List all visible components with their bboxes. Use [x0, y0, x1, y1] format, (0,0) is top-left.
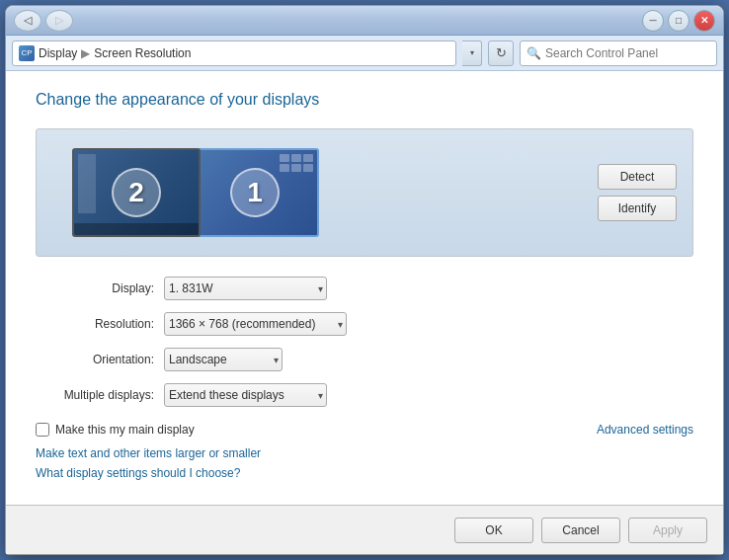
- search-box: 🔍: [520, 40, 717, 66]
- monitors-container: 2 1: [72, 148, 319, 237]
- multiple-displays-select[interactable]: Extend these displays: [164, 383, 327, 407]
- monitor2-sidebar: [78, 154, 96, 213]
- display-row: Display: 1. 831W: [36, 277, 693, 300]
- close-button[interactable]: ✕: [693, 10, 715, 32]
- orientation-select[interactable]: Landscape: [164, 348, 283, 371]
- monitor2-number: 2: [112, 168, 161, 217]
- monitor1-grid: [280, 154, 313, 172]
- monitor-2[interactable]: 2: [72, 148, 201, 237]
- breadcrumb-separator: ▶: [81, 46, 90, 60]
- address-dropdown[interactable]: ▾: [462, 40, 482, 66]
- main-window: ◁ ▷ ─ □ ✕ CP Display ▶ Screen Resolution…: [5, 5, 724, 555]
- grid-cell: [303, 164, 313, 172]
- identify-button[interactable]: Identify: [598, 196, 677, 221]
- multiple-displays-select-wrapper: Extend these displays: [164, 383, 327, 407]
- orientation-label: Orientation:: [36, 353, 164, 366]
- text-size-link[interactable]: Make text and other items larger or smal…: [36, 446, 693, 460]
- grid-cell: [280, 154, 289, 162]
- multiple-displays-label: Multiple displays:: [36, 388, 164, 402]
- window-action-controls: ─ □ ✕: [642, 10, 715, 32]
- window-controls: ◁ ▷: [14, 10, 73, 32]
- minimize-button[interactable]: ─: [642, 10, 664, 32]
- grid-cell: [280, 164, 289, 172]
- display-settings-form: Display: 1. 831W Resolution: 1366 × 768 …: [36, 277, 693, 407]
- breadcrumb-part1: Display: [39, 46, 77, 60]
- monitor-1[interactable]: 1: [191, 148, 319, 237]
- title-bar: ◁ ▷ ─ □ ✕: [6, 6, 723, 36]
- display-settings-help-link[interactable]: What display settings should I choose?: [36, 466, 693, 480]
- ok-button[interactable]: OK: [454, 518, 533, 543]
- bottom-bar: OK Cancel Apply: [6, 505, 723, 554]
- help-links: Make text and other items larger or smal…: [36, 446, 693, 480]
- resolution-label: Resolution:: [36, 317, 164, 331]
- advanced-settings-link[interactable]: Advanced settings: [597, 423, 693, 437]
- grid-cell: [291, 154, 301, 162]
- monitor2-taskbar: [74, 223, 199, 235]
- display-select[interactable]: 1. 831W: [164, 277, 327, 300]
- refresh-button[interactable]: ↻: [488, 40, 514, 66]
- apply-button[interactable]: Apply: [628, 518, 707, 543]
- cancel-button[interactable]: Cancel: [541, 518, 620, 543]
- main-display-checkbox[interactable]: [36, 423, 49, 437]
- display-preview-area: 2 1 Detect: [36, 128, 693, 257]
- resolution-select-wrapper: 1366 × 768 (recommended): [164, 312, 347, 336]
- forward-button[interactable]: ▷: [45, 10, 73, 32]
- maximize-button[interactable]: □: [668, 10, 689, 32]
- orientation-row: Orientation: Landscape: [36, 348, 693, 371]
- breadcrumb-part2: Screen Resolution: [94, 46, 191, 60]
- resolution-row: Resolution: 1366 × 768 (recommended): [36, 312, 693, 336]
- orientation-select-wrapper: Landscape: [164, 348, 283, 371]
- resolution-select[interactable]: 1366 × 768 (recommended): [164, 312, 347, 336]
- main-content: Change the appearance of your displays 2: [6, 71, 723, 505]
- display-label: Display:: [36, 281, 164, 295]
- detect-identify-area: Detect Identify: [598, 164, 677, 221]
- address-icon: CP: [19, 45, 35, 61]
- display-select-wrapper: 1. 831W: [164, 277, 327, 300]
- main-display-row: Make this my main display Advanced setti…: [36, 423, 693, 437]
- address-bar: CP Display ▶ Screen Resolution ▾ ↻ 🔍: [6, 36, 723, 71]
- detect-button[interactable]: Detect: [598, 164, 677, 190]
- address-path[interactable]: CP Display ▶ Screen Resolution: [12, 40, 456, 66]
- main-display-checkbox-label[interactable]: Make this my main display: [55, 423, 195, 437]
- page-title: Change the appearance of your displays: [36, 91, 693, 109]
- multiple-displays-row: Multiple displays: Extend these displays: [36, 383, 693, 407]
- search-input[interactable]: [545, 46, 710, 60]
- grid-cell: [303, 154, 313, 162]
- grid-cell: [291, 164, 301, 172]
- search-icon: 🔍: [526, 46, 541, 60]
- back-button[interactable]: ◁: [14, 10, 41, 32]
- monitor1-number: 1: [230, 168, 280, 217]
